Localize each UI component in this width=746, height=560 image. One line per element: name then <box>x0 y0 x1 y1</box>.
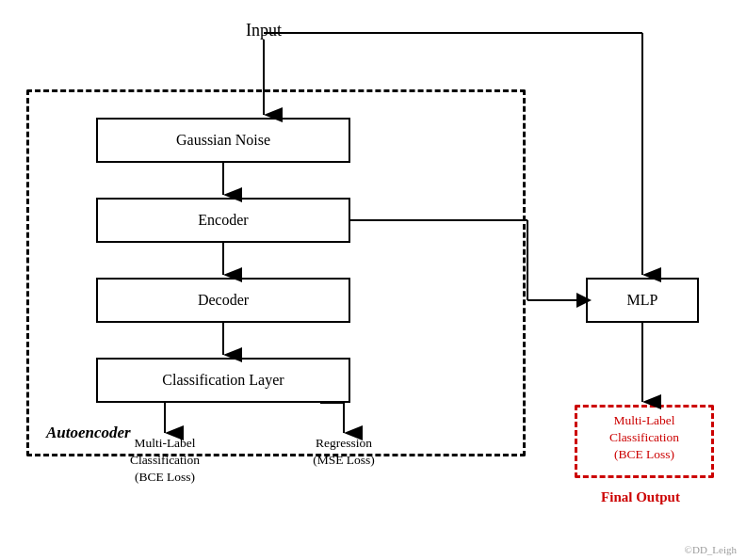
mlp-box: MLP <box>586 278 699 323</box>
input-label: Input <box>226 21 301 40</box>
classification-layer-box: Classification Layer <box>96 358 350 403</box>
multilabel-cls2-label: Multi-LabelClassification(BCE Loss) <box>578 412 710 464</box>
watermark: ©DD_Leigh <box>685 544 737 555</box>
regression-label: Regression(MSE Loss) <box>292 435 396 469</box>
multilabel-cls1-label: Multi-LabelClassification(BCE Loss) <box>108 435 221 487</box>
decoder-box: Decoder <box>96 278 350 323</box>
encoder-box: Encoder <box>96 198 350 243</box>
gaussian-noise-box: Gaussian Noise <box>96 118 350 163</box>
final-output-label: Final Output <box>556 489 725 505</box>
diagram-container: Autoencoder Input Gaussian Noise Encoder… <box>0 0 746 560</box>
